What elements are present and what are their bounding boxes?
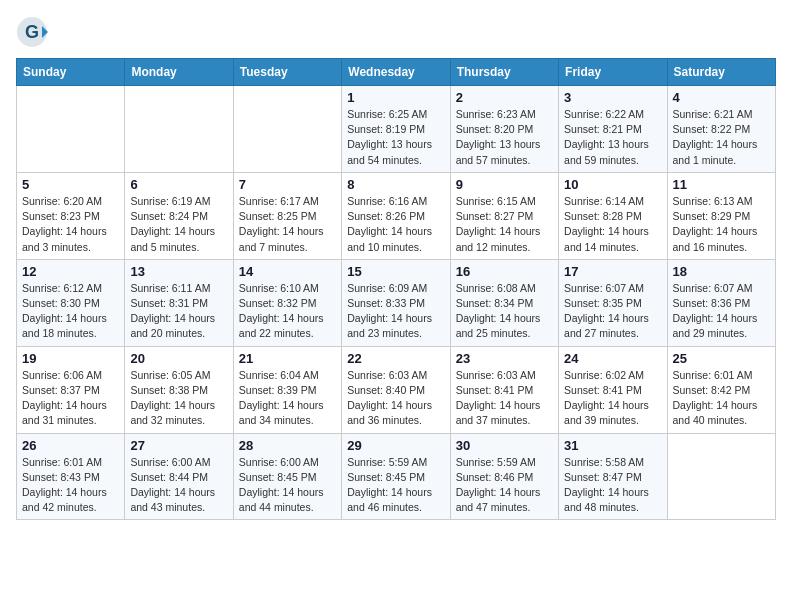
empty-cell: [233, 86, 341, 173]
day-number: 1: [347, 90, 444, 105]
day-cell-6: 6Sunrise: 6:19 AM Sunset: 8:24 PM Daylig…: [125, 172, 233, 259]
day-info: Sunrise: 6:16 AM Sunset: 8:26 PM Dayligh…: [347, 194, 444, 255]
day-cell-24: 24Sunrise: 6:02 AM Sunset: 8:41 PM Dayli…: [559, 346, 667, 433]
day-info: Sunrise: 6:02 AM Sunset: 8:41 PM Dayligh…: [564, 368, 661, 429]
day-info: Sunrise: 6:22 AM Sunset: 8:21 PM Dayligh…: [564, 107, 661, 168]
day-cell-20: 20Sunrise: 6:05 AM Sunset: 8:38 PM Dayli…: [125, 346, 233, 433]
day-info: Sunrise: 6:01 AM Sunset: 8:43 PM Dayligh…: [22, 455, 119, 516]
day-cell-4: 4Sunrise: 6:21 AM Sunset: 8:22 PM Daylig…: [667, 86, 775, 173]
calendar-body: 1Sunrise: 6:25 AM Sunset: 8:19 PM Daylig…: [17, 86, 776, 520]
day-number: 9: [456, 177, 553, 192]
day-number: 17: [564, 264, 661, 279]
day-cell-14: 14Sunrise: 6:10 AM Sunset: 8:32 PM Dayli…: [233, 259, 341, 346]
day-number: 5: [22, 177, 119, 192]
day-cell-3: 3Sunrise: 6:22 AM Sunset: 8:21 PM Daylig…: [559, 86, 667, 173]
calendar-table: SundayMondayTuesdayWednesdayThursdayFrid…: [16, 58, 776, 520]
calendar-week-5: 26Sunrise: 6:01 AM Sunset: 8:43 PM Dayli…: [17, 433, 776, 520]
day-number: 2: [456, 90, 553, 105]
day-cell-22: 22Sunrise: 6:03 AM Sunset: 8:40 PM Dayli…: [342, 346, 450, 433]
weekday-header-thursday: Thursday: [450, 59, 558, 86]
weekday-row: SundayMondayTuesdayWednesdayThursdayFrid…: [17, 59, 776, 86]
day-info: Sunrise: 6:14 AM Sunset: 8:28 PM Dayligh…: [564, 194, 661, 255]
day-info: Sunrise: 5:59 AM Sunset: 8:45 PM Dayligh…: [347, 455, 444, 516]
day-info: Sunrise: 6:12 AM Sunset: 8:30 PM Dayligh…: [22, 281, 119, 342]
empty-cell: [17, 86, 125, 173]
day-info: Sunrise: 6:17 AM Sunset: 8:25 PM Dayligh…: [239, 194, 336, 255]
day-number: 21: [239, 351, 336, 366]
day-number: 16: [456, 264, 553, 279]
day-cell-9: 9Sunrise: 6:15 AM Sunset: 8:27 PM Daylig…: [450, 172, 558, 259]
day-number: 25: [673, 351, 770, 366]
day-cell-15: 15Sunrise: 6:09 AM Sunset: 8:33 PM Dayli…: [342, 259, 450, 346]
day-info: Sunrise: 6:15 AM Sunset: 8:27 PM Dayligh…: [456, 194, 553, 255]
day-info: Sunrise: 5:58 AM Sunset: 8:47 PM Dayligh…: [564, 455, 661, 516]
day-cell-21: 21Sunrise: 6:04 AM Sunset: 8:39 PM Dayli…: [233, 346, 341, 433]
day-info: Sunrise: 6:00 AM Sunset: 8:44 PM Dayligh…: [130, 455, 227, 516]
day-info: Sunrise: 6:20 AM Sunset: 8:23 PM Dayligh…: [22, 194, 119, 255]
day-number: 14: [239, 264, 336, 279]
day-info: Sunrise: 6:07 AM Sunset: 8:36 PM Dayligh…: [673, 281, 770, 342]
weekday-header-tuesday: Tuesday: [233, 59, 341, 86]
day-number: 29: [347, 438, 444, 453]
day-cell-8: 8Sunrise: 6:16 AM Sunset: 8:26 PM Daylig…: [342, 172, 450, 259]
day-cell-29: 29Sunrise: 5:59 AM Sunset: 8:45 PM Dayli…: [342, 433, 450, 520]
weekday-header-monday: Monday: [125, 59, 233, 86]
day-cell-2: 2Sunrise: 6:23 AM Sunset: 8:20 PM Daylig…: [450, 86, 558, 173]
weekday-header-wednesday: Wednesday: [342, 59, 450, 86]
day-cell-19: 19Sunrise: 6:06 AM Sunset: 8:37 PM Dayli…: [17, 346, 125, 433]
day-cell-5: 5Sunrise: 6:20 AM Sunset: 8:23 PM Daylig…: [17, 172, 125, 259]
day-number: 23: [456, 351, 553, 366]
day-number: 30: [456, 438, 553, 453]
day-number: 19: [22, 351, 119, 366]
day-info: Sunrise: 6:01 AM Sunset: 8:42 PM Dayligh…: [673, 368, 770, 429]
day-cell-26: 26Sunrise: 6:01 AM Sunset: 8:43 PM Dayli…: [17, 433, 125, 520]
calendar-header: SundayMondayTuesdayWednesdayThursdayFrid…: [17, 59, 776, 86]
day-info: Sunrise: 6:05 AM Sunset: 8:38 PM Dayligh…: [130, 368, 227, 429]
weekday-header-friday: Friday: [559, 59, 667, 86]
empty-cell: [667, 433, 775, 520]
day-number: 24: [564, 351, 661, 366]
day-cell-31: 31Sunrise: 5:58 AM Sunset: 8:47 PM Dayli…: [559, 433, 667, 520]
empty-cell: [125, 86, 233, 173]
day-info: Sunrise: 6:08 AM Sunset: 8:34 PM Dayligh…: [456, 281, 553, 342]
day-number: 31: [564, 438, 661, 453]
day-info: Sunrise: 6:11 AM Sunset: 8:31 PM Dayligh…: [130, 281, 227, 342]
day-cell-18: 18Sunrise: 6:07 AM Sunset: 8:36 PM Dayli…: [667, 259, 775, 346]
weekday-header-sunday: Sunday: [17, 59, 125, 86]
page-header: G: [16, 16, 776, 48]
day-info: Sunrise: 6:13 AM Sunset: 8:29 PM Dayligh…: [673, 194, 770, 255]
day-info: Sunrise: 6:10 AM Sunset: 8:32 PM Dayligh…: [239, 281, 336, 342]
calendar-week-4: 19Sunrise: 6:06 AM Sunset: 8:37 PM Dayli…: [17, 346, 776, 433]
day-cell-23: 23Sunrise: 6:03 AM Sunset: 8:41 PM Dayli…: [450, 346, 558, 433]
day-info: Sunrise: 6:19 AM Sunset: 8:24 PM Dayligh…: [130, 194, 227, 255]
day-info: Sunrise: 6:09 AM Sunset: 8:33 PM Dayligh…: [347, 281, 444, 342]
day-number: 20: [130, 351, 227, 366]
calendar-week-1: 1Sunrise: 6:25 AM Sunset: 8:19 PM Daylig…: [17, 86, 776, 173]
day-info: Sunrise: 6:07 AM Sunset: 8:35 PM Dayligh…: [564, 281, 661, 342]
day-number: 3: [564, 90, 661, 105]
day-cell-10: 10Sunrise: 6:14 AM Sunset: 8:28 PM Dayli…: [559, 172, 667, 259]
day-cell-1: 1Sunrise: 6:25 AM Sunset: 8:19 PM Daylig…: [342, 86, 450, 173]
logo: G: [16, 16, 52, 48]
day-number: 26: [22, 438, 119, 453]
day-cell-27: 27Sunrise: 6:00 AM Sunset: 8:44 PM Dayli…: [125, 433, 233, 520]
day-cell-11: 11Sunrise: 6:13 AM Sunset: 8:29 PM Dayli…: [667, 172, 775, 259]
day-cell-28: 28Sunrise: 6:00 AM Sunset: 8:45 PM Dayli…: [233, 433, 341, 520]
day-number: 15: [347, 264, 444, 279]
day-number: 18: [673, 264, 770, 279]
logo-icon: G: [16, 16, 48, 48]
day-info: Sunrise: 6:06 AM Sunset: 8:37 PM Dayligh…: [22, 368, 119, 429]
day-number: 27: [130, 438, 227, 453]
day-number: 7: [239, 177, 336, 192]
day-info: Sunrise: 6:03 AM Sunset: 8:41 PM Dayligh…: [456, 368, 553, 429]
day-number: 28: [239, 438, 336, 453]
day-cell-30: 30Sunrise: 5:59 AM Sunset: 8:46 PM Dayli…: [450, 433, 558, 520]
day-cell-12: 12Sunrise: 6:12 AM Sunset: 8:30 PM Dayli…: [17, 259, 125, 346]
day-number: 10: [564, 177, 661, 192]
day-cell-16: 16Sunrise: 6:08 AM Sunset: 8:34 PM Dayli…: [450, 259, 558, 346]
day-cell-17: 17Sunrise: 6:07 AM Sunset: 8:35 PM Dayli…: [559, 259, 667, 346]
day-number: 12: [22, 264, 119, 279]
svg-text:G: G: [25, 22, 39, 42]
calendar-week-3: 12Sunrise: 6:12 AM Sunset: 8:30 PM Dayli…: [17, 259, 776, 346]
day-info: Sunrise: 6:25 AM Sunset: 8:19 PM Dayligh…: [347, 107, 444, 168]
